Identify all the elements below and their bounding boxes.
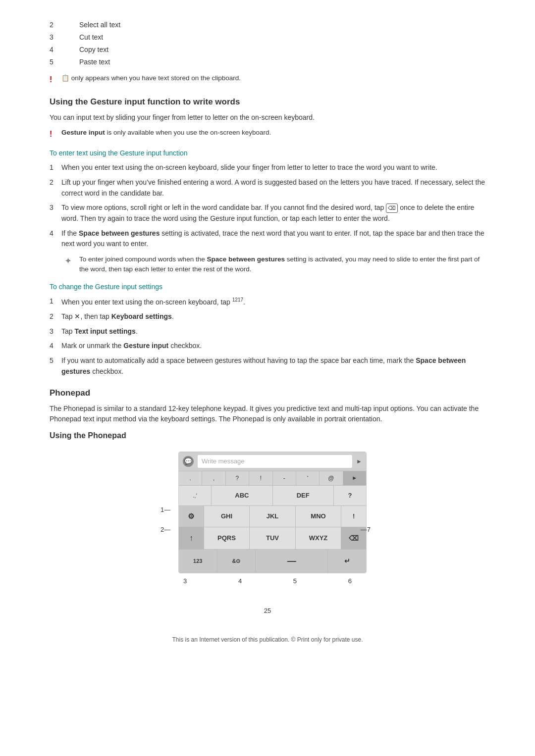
item-text: Select all text [79, 20, 120, 30]
item-num: 4 [50, 45, 79, 55]
sym-key-question[interactable]: ? [226, 471, 249, 485]
page-number: 25 [50, 606, 485, 616]
phonepad-label-7: —7 [361, 525, 371, 535]
sym-key-apos[interactable]: ' [296, 471, 320, 485]
step-num: 3 [50, 202, 61, 213]
step-row: 1 When you enter text using the on-scree… [50, 296, 485, 307]
list-item: 3 Cut text [50, 32, 485, 43]
item-text: Cut text [79, 32, 103, 43]
sub-heading-enter-text: To enter text using the Gesture input fu… [50, 148, 485, 158]
tip-block: ✦ To enter joined compound words when th… [64, 254, 485, 275]
footer-disclaimer: This is an Internet version of this publ… [50, 635, 485, 644]
key-abc[interactable]: ABC [212, 486, 272, 505]
sym-key-at[interactable]: @ [320, 471, 343, 485]
list-item: 4 Copy text [50, 45, 485, 55]
warning-icon: ! [50, 74, 56, 86]
step-num: 1 [50, 162, 61, 173]
phonepad-header: 💬 Write message ► [179, 452, 366, 471]
tip-text: To enter joined compound words when the … [79, 254, 485, 275]
step-row: 4 Mark or unmark the Gesture input check… [50, 341, 485, 352]
label-3: 3 [183, 576, 187, 586]
step-text: When you enter text using the on-screen … [61, 162, 437, 173]
step-row: 2 Tap ✕, then tap Keyboard settings. [50, 311, 485, 322]
phonepad-keyboard: 💬 Write message ► . , ? ! - ' @ ► .,’ A [178, 452, 367, 573]
sub-heading-change-settings: To change the Gesture input settings [50, 282, 485, 292]
phonepad-row-4: 123 &⊙ ― ↵ [179, 550, 366, 573]
step-num: 4 [50, 341, 61, 351]
phonepad-row-1: .,’ ABC DEF ? [179, 486, 366, 506]
enter-text-steps: 1 When you enter text using the on-scree… [50, 162, 485, 250]
step-num: 5 [50, 355, 61, 366]
step-row: 1 When you enter text using the on-scree… [50, 162, 485, 173]
step-text: If the Space between gestures setting is… [61, 228, 485, 250]
using-phonepad-heading: Using the Phonepad [50, 430, 485, 442]
step-num: 2 [50, 311, 61, 322]
step-num: 3 [50, 326, 61, 337]
sym-key-comma[interactable]: , [202, 471, 225, 485]
key-tuv[interactable]: TUV [250, 527, 296, 549]
item-num: 5 [50, 57, 79, 67]
step-text: Mark or unmark the Gesture input checkbo… [61, 341, 202, 352]
item-num: 3 [50, 32, 79, 43]
key-mno[interactable]: MNO [296, 506, 342, 527]
step-text: Tap Text input settings. [61, 326, 138, 337]
item-text: Paste text [79, 57, 110, 67]
key-123[interactable]: 123 [179, 550, 217, 573]
label-6: 6 [348, 576, 352, 586]
item-text: Copy text [79, 45, 108, 55]
phonepad-arrow-icon: ► [356, 457, 362, 466]
step-text: When you enter text using the on-screen … [61, 296, 245, 307]
key-def[interactable]: DEF [273, 486, 334, 505]
warning-icon-2: ! [50, 128, 56, 140]
label-5: 5 [293, 576, 297, 586]
key-question[interactable]: ? [334, 486, 366, 505]
phonepad-symbol-row: . , ? ! - ' @ ► [179, 471, 366, 486]
key-shift[interactable]: ↑ [179, 527, 204, 549]
phonepad-body-text: The Phonepad is similar to a standard 12… [50, 403, 485, 425]
gesture-section-heading: Using the Gesture input function to writ… [50, 96, 485, 108]
item-num: 2 [50, 20, 79, 30]
step-row: 3 To view more options, scroll right or … [50, 202, 485, 224]
phonepad-label-1: 1— [160, 505, 170, 515]
clipboard-note: ! 📋 only appears when you have text stor… [50, 73, 485, 86]
step-row: 5 If you want to automatically add a spa… [50, 355, 485, 377]
phonepad-rows: .,’ ABC DEF ? ⚙ GHI JKL MNO ! ↑ PQRS [179, 486, 366, 573]
list-item: 5 Paste text [50, 57, 485, 67]
phonepad-row-3: ↑ PQRS TUV WXYZ ⌫ [179, 527, 366, 550]
key-punct[interactable]: .,’ [179, 486, 212, 505]
key-settings[interactable]: ⚙ [179, 506, 204, 527]
sym-key-exclaim[interactable]: ! [249, 471, 272, 485]
gesture-note-text: Gesture input is only available when you… [61, 128, 271, 138]
phonepad-section-heading: Phonepad [50, 387, 485, 400]
top-numbered-list: 2 Select all text 3 Cut text 4 Copy text… [50, 20, 485, 67]
step-num: 2 [50, 177, 61, 188]
key-wxyz[interactable]: WXYZ [296, 527, 342, 549]
step-num: 4 [50, 228, 61, 239]
tip-icon: ✦ [64, 254, 74, 268]
change-settings-steps: 1 When you enter text using the on-scree… [50, 296, 485, 377]
key-ghi[interactable]: GHI [204, 506, 250, 527]
step-row: 4 If the Space between gestures setting … [50, 228, 485, 250]
phonepad-label-2: 2— [160, 525, 170, 535]
key-symbols[interactable]: &⊙ [217, 550, 256, 573]
gesture-note: ! Gesture input is only available when y… [50, 128, 485, 140]
step-row: 3 Tap Text input settings. [50, 326, 485, 337]
sym-key-arrow[interactable]: ► [343, 471, 366, 485]
step-row: 2 Lift up your finger when you’ve finish… [50, 177, 485, 199]
phonepad-compose-icon: 💬 [183, 456, 194, 467]
step-text: To view more options, scroll right or le… [61, 202, 485, 224]
step-num: 1 [50, 296, 61, 306]
step-text: If you want to automatically add a space… [61, 355, 485, 377]
key-jkl[interactable]: JKL [250, 506, 296, 527]
sym-key-dot[interactable]: . [179, 471, 202, 485]
sym-key-dash[interactable]: - [273, 471, 296, 485]
step-text: Lift up your finger when you’ve finished… [61, 177, 485, 199]
phonepad-bottom-labels: 3 4 5 6 [178, 576, 357, 586]
key-exclaim-2[interactable]: ! [341, 506, 366, 527]
list-item: 2 Select all text [50, 20, 485, 30]
key-pqrs[interactable]: PQRS [204, 527, 250, 549]
key-space[interactable]: ― [256, 550, 328, 573]
label-4: 4 [238, 576, 242, 586]
key-enter[interactable]: ↵ [328, 550, 366, 573]
phonepad-row-2: ⚙ GHI JKL MNO ! [179, 506, 366, 528]
